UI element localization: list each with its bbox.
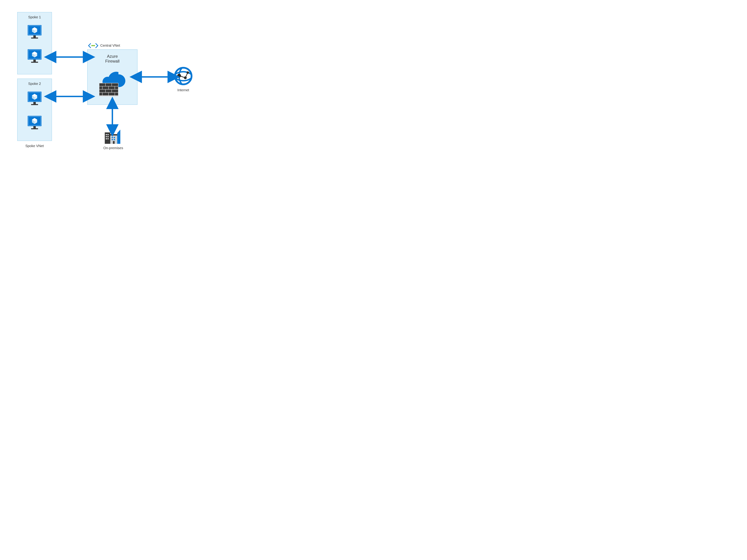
diagram-canvas: Spoke 1 [0, 0, 221, 166]
connectors-layer [0, 0, 221, 166]
